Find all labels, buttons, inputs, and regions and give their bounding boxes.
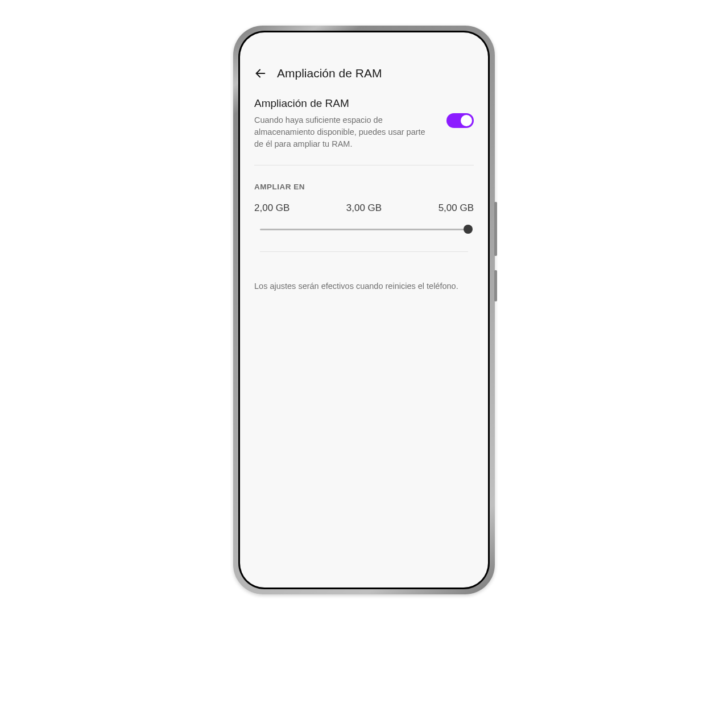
slider-option-1[interactable]: 3,00 GB xyxy=(346,202,382,214)
power-button xyxy=(494,270,497,301)
header-row: Ampliación de RAM xyxy=(254,32,474,97)
footer-note: Los ajustes serán efectivos cuando reini… xyxy=(254,269,474,291)
back-arrow-icon[interactable] xyxy=(254,67,267,80)
slider-track xyxy=(260,229,468,230)
phone-frame: Ampliación de RAM Ampliación de RAM Cuan… xyxy=(233,26,495,594)
setting-title: Ampliación de RAM xyxy=(254,97,435,110)
setting-description: Cuando haya suficiente espacio de almace… xyxy=(254,114,435,150)
slider-thumb[interactable] xyxy=(464,225,473,234)
volume-button xyxy=(494,202,497,256)
ram-size-slider[interactable] xyxy=(260,224,468,252)
slider-option-0[interactable]: 2,00 GB xyxy=(254,202,289,214)
toggle-knob xyxy=(461,115,472,126)
ram-extension-toggle[interactable] xyxy=(446,113,474,128)
phone-screen: Ampliación de RAM Ampliación de RAM Cuan… xyxy=(240,32,488,588)
setting-text: Ampliación de RAM Cuando haya suficiente… xyxy=(254,97,435,150)
ram-extension-setting: Ampliación de RAM Cuando haya suficiente… xyxy=(254,97,474,166)
page-title: Ampliación de RAM xyxy=(277,67,382,80)
expand-section-label: AMPLIAR EN xyxy=(254,166,474,202)
slider-option-2[interactable]: 5,00 GB xyxy=(439,202,474,214)
slider-labels: 2,00 GB 3,00 GB 5,00 GB xyxy=(254,202,474,214)
phone-bezel: Ampliación de RAM Ampliación de RAM Cuan… xyxy=(238,31,490,589)
